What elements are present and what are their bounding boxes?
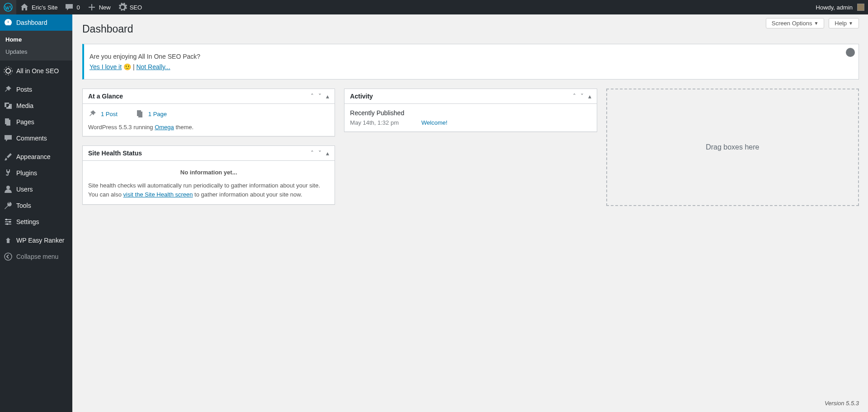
site-health-link[interactable]: visit the Site Health screen <box>123 191 193 198</box>
wp-version-text-post: theme. <box>174 124 193 131</box>
comment-icon <box>4 134 13 143</box>
move-up-button[interactable]: ˄ <box>311 93 314 100</box>
notice-dismiss-button[interactable] <box>846 48 855 57</box>
sidebar-item-tools[interactable]: Tools <box>0 197 72 214</box>
notice-question: Are you enjoying All In One SEO Pack? <box>90 53 853 60</box>
pages-icon <box>4 117 13 126</box>
activity-post-link[interactable]: Welcome! <box>421 119 448 126</box>
sidebar-label: Dashboard <box>16 19 47 26</box>
admin-sidebar: Dashboard Home Updates All in One SEO Po… <box>0 14 72 412</box>
sidebar-label: Pages <box>16 118 34 126</box>
new-label: New <box>99 4 111 11</box>
sidebar-label: Media <box>16 102 33 109</box>
toggle-button[interactable]: ▴ <box>326 150 329 157</box>
screen-options-label: Screen Options <box>772 20 812 27</box>
seo-menu[interactable]: SEO <box>114 0 146 14</box>
notice-no-link[interactable]: Not Really... <box>136 63 170 70</box>
wp-version-text: WordPress 5.5.3 running <box>88 124 155 131</box>
sidebar-item-comments[interactable]: Comments <box>0 130 72 146</box>
pin-icon <box>4 85 13 94</box>
sidebar-item-users[interactable]: Users <box>0 181 72 197</box>
avatar <box>857 4 864 11</box>
ranker-icon <box>4 236 13 245</box>
plus-icon <box>87 3 96 12</box>
site-health-text2: to gather information about your site no… <box>193 191 302 198</box>
wordpress-icon <box>4 3 13 12</box>
help-button[interactable]: Help ▼ <box>829 18 859 28</box>
account-menu[interactable]: Howdy, admin <box>812 0 868 14</box>
theme-link[interactable]: Omega <box>155 124 174 131</box>
comment-icon <box>65 3 74 12</box>
move-down-button[interactable]: ˅ <box>318 93 321 100</box>
howdy-label: Howdy, admin <box>816 4 853 11</box>
activity-date: May 14th, 1:32 pm <box>350 119 399 126</box>
user-icon <box>4 185 13 194</box>
widget-title: Site Health Status <box>88 150 142 157</box>
sidebar-item-wpranker[interactable]: WP Easy Ranker <box>0 232 72 248</box>
submenu-item-updates[interactable]: Updates <box>0 46 72 58</box>
gear-icon <box>118 3 127 12</box>
sidebar-label: Settings <box>16 218 39 225</box>
sidebar-item-aioseo[interactable]: All in One SEO <box>0 63 72 79</box>
comments-count: 0 <box>76 4 80 11</box>
home-icon <box>20 3 29 12</box>
sidebar-item-appearance[interactable]: Appearance <box>0 149 72 165</box>
sidebar-item-posts[interactable]: Posts <box>0 81 72 98</box>
sidebar-item-settings[interactable]: Settings <box>0 214 72 230</box>
help-label: Help <box>835 20 847 27</box>
page-icon <box>136 109 145 118</box>
site-name-label: Eric's Site <box>32 4 57 11</box>
sidebar-label: Posts <box>16 86 32 93</box>
widget-activity: Activity ˄ ˅ ▴ Recently Published May 14… <box>344 89 597 132</box>
activity-recent-heading: Recently Published <box>344 104 596 119</box>
empty-dropzone[interactable]: Drag boxes here <box>606 89 859 206</box>
aioseo-icon <box>4 66 13 75</box>
seo-label: SEO <box>130 4 142 11</box>
notice-yes-link[interactable]: Yes I love it <box>90 63 122 70</box>
widget-site-health: Site Health Status ˄ ˅ ▴ No information … <box>82 145 335 205</box>
glance-posts-link[interactable]: 1 Post <box>101 111 118 117</box>
site-name-menu[interactable]: Eric's Site <box>16 0 61 14</box>
toggle-button[interactable]: ▴ <box>588 93 591 100</box>
sliders-icon <box>4 217 13 226</box>
close-icon <box>848 50 853 55</box>
plug-icon <box>4 169 13 178</box>
sidebar-item-pages[interactable]: Pages <box>0 114 72 130</box>
screen-options-button[interactable]: Screen Options ▼ <box>766 18 825 28</box>
submenu-item-home[interactable]: Home <box>0 33 72 46</box>
chevron-down-icon: ▼ <box>814 21 818 26</box>
sidebar-label: All in One SEO <box>16 67 59 75</box>
dropzone-label: Drag boxes here <box>706 143 759 151</box>
site-health-noinfo: No information yet... <box>88 166 329 181</box>
page-title: Dashboard <box>82 19 859 37</box>
sidebar-item-dashboard[interactable]: Dashboard <box>0 14 72 31</box>
sidebar-label: Appearance <box>16 153 51 160</box>
aioseo-notice: Are you enjoying All In One SEO Pack? Ye… <box>82 44 859 80</box>
collapse-menu-button[interactable]: Collapse menu <box>0 248 72 265</box>
brush-icon <box>4 152 13 161</box>
sidebar-label: Users <box>16 186 33 193</box>
admin-toolbar: Eric's Site 0 New SEO Howdy, admin <box>0 0 868 14</box>
wp-logo-menu[interactable] <box>0 0 16 14</box>
comments-menu[interactable]: 0 <box>61 0 83 14</box>
widget-title: Activity <box>350 93 373 100</box>
sidebar-label: WP Easy Ranker <box>16 237 64 244</box>
chevron-down-icon: ▼ <box>849 21 853 26</box>
sidebar-label: Comments <box>16 135 47 142</box>
dashboard-icon <box>4 18 13 27</box>
sidebar-label: Plugins <box>16 169 37 177</box>
move-down-button[interactable]: ˅ <box>318 150 321 157</box>
media-icon <box>4 101 13 110</box>
move-up-button[interactable]: ˄ <box>573 93 576 100</box>
main-content: Screen Options ▼ Help ▼ Dashboard Are yo… <box>72 14 868 412</box>
move-down-button[interactable]: ˅ <box>580 93 584 100</box>
widget-at-a-glance: At a Glance ˄ ˅ ▴ 1 Post <box>82 89 335 136</box>
widget-title: At a Glance <box>88 93 123 100</box>
move-up-button[interactable]: ˄ <box>311 150 314 157</box>
sidebar-item-media[interactable]: Media <box>0 98 72 114</box>
sidebar-item-plugins[interactable]: Plugins <box>0 165 72 181</box>
new-content-menu[interactable]: New <box>84 0 114 14</box>
glance-pages-link[interactable]: 1 Page <box>148 111 167 117</box>
collapse-label: Collapse menu <box>16 253 58 260</box>
toggle-button[interactable]: ▴ <box>326 93 329 100</box>
